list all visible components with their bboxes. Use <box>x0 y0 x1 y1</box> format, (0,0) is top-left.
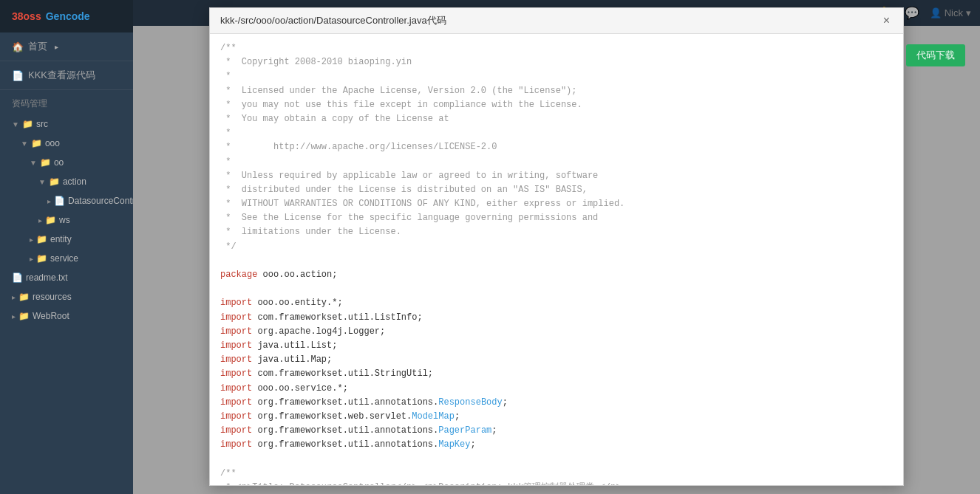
sidebar-item-view-source[interactable]: 📄 KKK查看源代码 <box>0 61 133 90</box>
tree-label-action: action <box>63 176 86 187</box>
sidebar: 38oss Gencode 🏠 首页 ▸ 📄 KKK查看源代码 资码管理 ▼ 📁… <box>0 0 133 494</box>
expand-icon-ooo: ▼ <box>21 140 28 148</box>
folder-icon-action: 📁 <box>49 176 60 187</box>
tree-item-oo[interactable]: ▼ 📁 oo <box>0 153 133 172</box>
code-content: /** * Copyright 2008-2010 biaoping.yin *… <box>220 41 893 485</box>
expand-icon-resources: ▸ <box>12 293 16 301</box>
folder-icon-entity: 📁 <box>36 234 47 244</box>
tree-item-datasource-ctrl[interactable]: ▸ 📄 DatasourceContro... <box>0 191 133 210</box>
download-button[interactable]: 代码下载 <box>906 44 965 66</box>
sidebar-item-home[interactable]: 🏠 首页 ▸ <box>0 32 133 61</box>
file-icon-readme: 📄 <box>12 272 23 283</box>
modal-overlay: kkk-/src/ooo/oo/action/DatasourceControl… <box>133 0 980 494</box>
folder-icon-resources: 📁 <box>18 292 30 302</box>
modal-title: kkk-/src/ooo/oo/action/DatasourceControl… <box>220 14 446 27</box>
tree-label-oo: oo <box>54 157 64 168</box>
expand-icon-entity: ▸ <box>30 236 33 244</box>
expand-icon-oo: ▼ <box>30 159 37 167</box>
expand-icon-service: ▸ <box>30 255 33 263</box>
folder-icon-src: 📁 <box>22 119 33 129</box>
tree-item-ooo[interactable]: ▼ 📁 ooo <box>0 134 133 153</box>
folder-icon-service: 📁 <box>36 253 47 264</box>
sidebar-home-label: 首页 <box>28 40 47 53</box>
tree-label-readme: readme.txt <box>26 272 68 283</box>
expand-icon-ds: ▸ <box>47 197 51 205</box>
folder-icon-ws: 📁 <box>45 215 56 225</box>
folder-icon-webroot: 📁 <box>18 311 30 321</box>
expand-icon-ws: ▸ <box>38 216 42 224</box>
expand-icon-webroot: ▸ <box>12 312 16 320</box>
tree-item-src[interactable]: ▼ 📁 src <box>0 114 133 134</box>
tree-label-entity: entity <box>50 234 72 244</box>
main-content: 🔔 💬 👤 Nick ▾ kkk-/src/ooo/oo/action/Data… <box>133 0 980 494</box>
doc-icon: 📄 <box>12 70 24 81</box>
tree-label-ooo: ooo <box>45 138 60 148</box>
tree-item-entity[interactable]: ▸ 📁 entity <box>0 230 133 249</box>
code-modal: kkk-/src/ooo/oo/action/DatasourceControl… <box>209 7 904 486</box>
tree-item-service[interactable]: ▸ 📁 service <box>0 249 133 268</box>
home-arrow: ▸ <box>55 43 58 51</box>
tree-item-ws[interactable]: ▸ 📁 ws <box>0 210 133 230</box>
expand-icon-action: ▼ <box>38 178 46 186</box>
folder-icon-oo: 📁 <box>40 157 51 168</box>
sidebar-view-source-label: KKK查看源代码 <box>28 69 95 82</box>
folder-icon-ooo: 📁 <box>31 138 42 148</box>
brand-part1: 38oss <box>12 10 41 22</box>
modal-title-suffix: 代码 <box>427 15 446 26</box>
tree-label-src: src <box>36 119 48 129</box>
modal-title-text: kkk-/src/ooo/oo/action/DatasourceControl… <box>220 15 427 26</box>
tree-label-webroot: WebRoot <box>33 311 69 321</box>
home-icon: 🏠 <box>12 41 24 52</box>
tree-item-resources[interactable]: ▸ 📁 resources <box>0 287 133 306</box>
expand-icon-src: ▼ <box>12 120 19 128</box>
sidebar-header: 38oss Gencode <box>0 0 133 32</box>
brand-part2: Gencode <box>46 10 90 22</box>
tree-label-ds: DatasourceContro... <box>68 196 133 206</box>
tree-item-readme[interactable]: 📄 readme.txt <box>0 268 133 287</box>
modal-body[interactable]: /** * Copyright 2008-2010 biaoping.yin *… <box>210 34 903 485</box>
sidebar-section-title: 资码管理 <box>0 90 133 114</box>
modal-close-button[interactable]: × <box>880 14 893 27</box>
modal-header: kkk-/src/ooo/oo/action/DatasourceControl… <box>210 8 903 34</box>
tree-label-ws: ws <box>59 215 70 225</box>
tree-item-action[interactable]: ▼ 📁 action <box>0 172 133 191</box>
tree-label-service: service <box>50 253 78 264</box>
tree-label-resources: resources <box>33 292 72 302</box>
tree-item-webroot[interactable]: ▸ 📁 WebRoot <box>0 306 133 326</box>
file-icon-ds: 📄 <box>54 196 65 206</box>
